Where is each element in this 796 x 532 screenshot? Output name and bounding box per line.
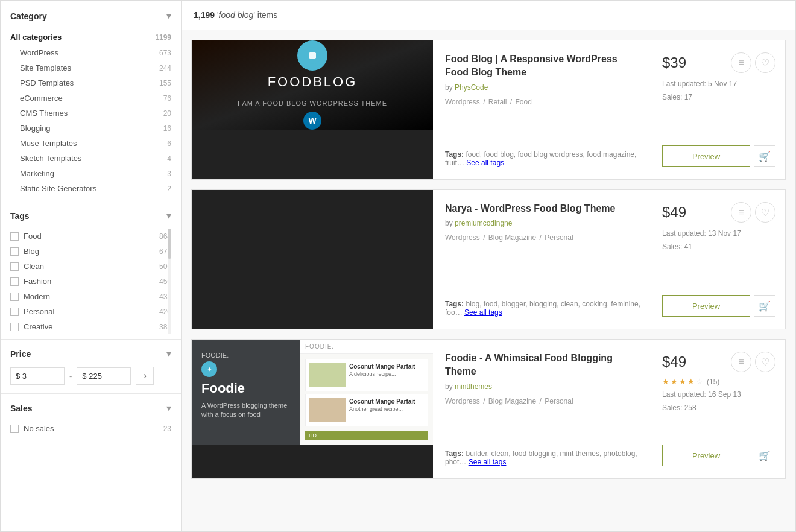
see-all-tags-link-1[interactable]: See all tags <box>466 159 504 167</box>
category-collapse-icon[interactable]: ▾ <box>166 10 171 22</box>
product-category-link[interactable]: Wordpress <box>445 397 480 405</box>
product-category-link[interactable]: Personal <box>545 397 573 405</box>
tags-section: Tags ▾ Food 864 Blog 677 Clean 506 Fashi… <box>1 201 181 340</box>
wishlist-btn-1[interactable]: ♡ <box>755 52 775 73</box>
tag-name[interactable]: Fashion <box>24 277 154 286</box>
foodie-card-info-1: Coconut Mango Parfait A delicious recipe… <box>349 363 415 387</box>
sales-list: No sales 23 <box>10 421 171 436</box>
tag-name[interactable]: Food <box>24 232 154 241</box>
product-title-link-3[interactable]: Foodie - A Whimsical Food Blogging Theme <box>445 353 613 376</box>
product-title-3: Foodie - A Whimsical Food Blogging Theme <box>445 352 640 379</box>
main-content: 1,199 'food blog' items FOODBLOG I AM A … <box>182 1 795 531</box>
product-category-link[interactable]: Food <box>516 98 532 106</box>
price-collapse-icon[interactable]: ▾ <box>166 348 171 359</box>
product-category-link[interactable]: Wordpress <box>445 98 480 106</box>
foodie-title: Foodie <box>201 381 291 396</box>
foodie-card-img-1 <box>309 363 346 387</box>
product-card-2: CLEANFOODBLOG Narya - WordPress Food Blo… <box>191 189 786 329</box>
preview-button-1[interactable]: Preview <box>662 145 750 167</box>
category-list: All categories1199WordPress673Site Templ… <box>10 29 171 196</box>
category-item-sketch-templates[interactable]: Sketch Templates4 <box>10 151 171 166</box>
product-thumbnail-wrapper-2[interactable]: CLEANFOODBLOG <box>192 190 433 329</box>
scroll-track <box>168 229 171 334</box>
price-title: Price <box>10 349 31 359</box>
list-action-btn-2[interactable]: ≡ <box>731 202 751 223</box>
category-count: 3 <box>167 169 171 178</box>
product-categories-3: Wordpress / Blog Magazine / Personal <box>445 397 640 405</box>
price-row-3: $49 ≡ ♡ <box>662 352 775 372</box>
price-go-button[interactable]: › <box>136 367 154 385</box>
list-action-btn-3[interactable]: ≡ <box>731 352 751 372</box>
foodie-header-text: FOODIE. <box>305 343 334 350</box>
tag-checkbox-clean[interactable] <box>10 262 19 271</box>
preview-row-2: Preview 🛒 <box>662 295 775 317</box>
product-category-link[interactable]: Personal <box>545 233 573 242</box>
tags-collapse-icon[interactable]: ▾ <box>166 210 171 221</box>
category-name: Blogging <box>10 124 51 133</box>
product-thumbnail-3: FOODIE. ✦ Foodie A WordPress blogging th… <box>192 340 433 445</box>
tag-checkbox-modern[interactable] <box>10 293 19 301</box>
tag-checkbox-blog[interactable] <box>10 247 19 256</box>
category-item-blogging[interactable]: Blogging16 <box>10 121 171 136</box>
cart-button-1[interactable]: 🛒 <box>754 145 775 167</box>
category-item-wordpress[interactable]: WordPress673 <box>10 45 171 60</box>
cart-button-3[interactable]: 🛒 <box>754 445 775 466</box>
category-item-site-templates[interactable]: Site Templates244 <box>10 60 171 75</box>
tag-name[interactable]: Personal <box>24 307 154 316</box>
category-title: Category <box>10 11 47 21</box>
wishlist-btn-2[interactable]: ♡ <box>755 202 775 223</box>
category-item-all-categories[interactable]: All categories1199 <box>10 29 171 45</box>
product-category-link[interactable]: Blog Magazine <box>488 397 536 405</box>
product-title-link-1[interactable]: Food Blog | A Responsive WordPress Food … <box>445 54 618 77</box>
see-all-tags-link-3[interactable]: See all tags <box>469 458 507 466</box>
preview-row-3: Preview 🛒 <box>662 445 775 466</box>
product-thumbnail-wrapper-3[interactable]: FOODIE. ✦ Foodie A WordPress blogging th… <box>192 340 433 478</box>
price-value-3: $49 <box>662 353 686 370</box>
tag-item-fashion: Fashion 456 <box>10 274 171 289</box>
category-item-ecommerce[interactable]: eCommerce76 <box>10 90 171 106</box>
sales-collapse-icon[interactable]: ▾ <box>166 402 171 414</box>
list-action-btn-1[interactable]: ≡ <box>731 52 751 73</box>
product-title-link-2[interactable]: Narya - WordPress Food Blog Theme <box>445 203 615 214</box>
foodie-card-img-2 <box>309 398 346 422</box>
sales-name[interactable]: No sales <box>24 424 159 433</box>
category-item-static-site-generators[interactable]: Static Site Generators2 <box>10 181 171 196</box>
category-count: 20 <box>163 109 171 118</box>
product-info-body-2: Narya - WordPress Food Blog Theme by pre… <box>445 202 640 293</box>
product-author-name-3[interactable]: mintthemes <box>455 382 492 391</box>
scroll-thumb[interactable] <box>168 229 171 259</box>
rating-stars: ★★★★☆ (15) <box>662 377 775 386</box>
last-updated-2: Last updated: 13 Nov 17 <box>662 227 775 241</box>
wishlist-btn-3[interactable]: ♡ <box>755 352 775 372</box>
product-category-link[interactable]: Blog Magazine <box>488 233 536 242</box>
tag-checkbox-personal[interactable] <box>10 308 19 316</box>
product-author-name-1[interactable]: PhysCode <box>455 83 488 92</box>
tag-checkbox-food[interactable] <box>10 232 19 241</box>
tag-checkbox-fashion[interactable] <box>10 277 19 286</box>
sales-checkbox-no-sales[interactable] <box>10 425 19 433</box>
see-all-tags-link-2[interactable]: See all tags <box>464 308 502 317</box>
tag-checkbox-creative[interactable] <box>10 323 19 331</box>
cart-button-2[interactable]: 🛒 <box>754 295 775 317</box>
price-min-input[interactable] <box>10 367 65 385</box>
category-item-marketing[interactable]: Marketing3 <box>10 166 171 181</box>
product-author-name-2[interactable]: premiumcodingne <box>455 219 512 227</box>
product-thumbnail-wrapper-1[interactable]: FOODBLOG I AM A FOOD BLOG WORDPRESS THEM… <box>192 40 433 179</box>
tag-name[interactable]: Blog <box>24 247 154 256</box>
category-item-muse-templates[interactable]: Muse Templates6 <box>10 136 171 151</box>
foodie-card-2: Coconut Mango Parfait Another great reci… <box>305 394 428 426</box>
category-count: 16 <box>163 124 171 133</box>
category-separator: / <box>481 397 487 405</box>
price-max-input[interactable] <box>77 367 131 385</box>
product-category-link[interactable]: Wordpress <box>445 233 480 242</box>
tag-name[interactable]: Creative <box>24 322 154 331</box>
price-dash: - <box>69 372 72 381</box>
preview-button-3[interactable]: Preview <box>662 445 750 466</box>
product-category-link[interactable]: Retail <box>488 98 507 106</box>
tag-name[interactable]: Modern <box>24 292 154 301</box>
category-item-cms-themes[interactable]: CMS Themes20 <box>10 106 171 121</box>
category-item-psd-templates[interactable]: PSD Templates155 <box>10 75 171 90</box>
tag-name[interactable]: Clean <box>24 262 154 271</box>
preview-button-2[interactable]: Preview <box>662 295 750 317</box>
foodie-brand-small: FOODIE. <box>201 352 291 359</box>
